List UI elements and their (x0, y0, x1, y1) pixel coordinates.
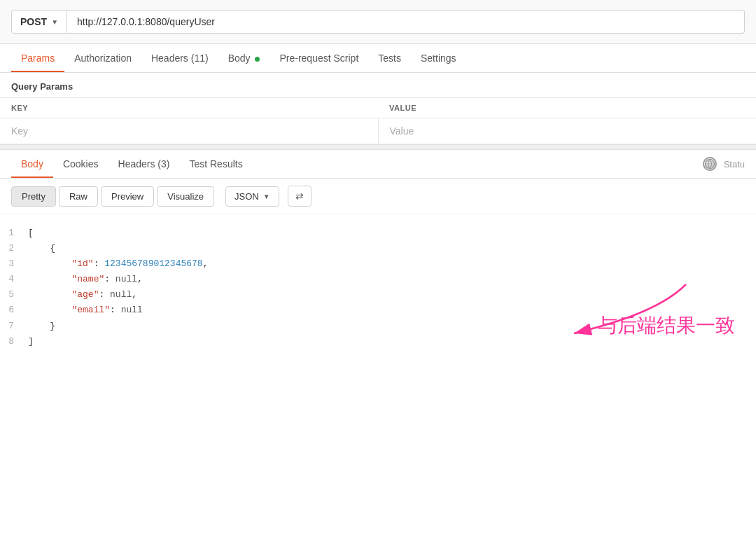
key-cell[interactable]: Key (0, 118, 378, 144)
code-line-3: 3 "id": 123456789012345678, (0, 256, 756, 272)
code-line-5: 5 "age": null, (0, 287, 756, 303)
body-dot-indicator (255, 57, 260, 62)
line-num-4: 4 (0, 272, 28, 287)
tab-authorization[interactable]: Authorization (64, 44, 141, 72)
code-content-3: "id": 123456789012345678, (28, 256, 756, 272)
line-num-3: 3 (0, 256, 28, 272)
format-btn-visualize[interactable]: Visualize (157, 186, 214, 207)
code-content-5: "age": null, (28, 287, 756, 303)
tab-settings[interactable]: Settings (411, 44, 466, 72)
tab-body[interactable]: Body (218, 44, 270, 72)
code-line-2: 2 { (0, 241, 756, 256)
method-label: POST (20, 16, 47, 27)
code-content-2: { (28, 241, 756, 256)
format-type-select[interactable]: JSON ▼ (225, 186, 279, 207)
wrap-button[interactable]: ⇄ (288, 186, 312, 207)
method-select[interactable]: POST ▼ (11, 10, 67, 34)
line-num-2: 2 (0, 241, 28, 256)
globe-icon[interactable] (703, 157, 717, 171)
col-header-value: VALUE (378, 98, 756, 118)
annotation-text: 与后端结果一致 (598, 312, 735, 339)
line-num-8: 8 (0, 334, 28, 349)
format-btn-preview[interactable]: Preview (101, 186, 154, 207)
line-num-1: 1 (0, 226, 28, 241)
value-cell[interactable]: Value (378, 118, 756, 144)
tab-headers[interactable]: Headers (11) (141, 44, 218, 72)
response-tabs: Body Cookies Headers (3) Test Results St… (0, 150, 756, 179)
format-btn-raw[interactable]: Raw (59, 186, 98, 207)
col-header-key: KEY (0, 98, 378, 118)
code-line-1: 1 [ (0, 226, 756, 241)
url-bar: POST ▼ (0, 0, 756, 44)
format-btn-pretty[interactable]: Pretty (11, 186, 56, 207)
url-input[interactable] (67, 10, 745, 34)
method-chevron: ▼ (51, 18, 58, 26)
line-num-5: 5 (0, 287, 28, 303)
params-table: KEY VALUE Key Value (0, 97, 756, 144)
tab-response-body[interactable]: Body (11, 150, 53, 178)
app-container: POST ▼ Params Authorization Headers (11)… (0, 0, 756, 533)
annotation-container: 1 [ 2 { 3 "id": 123456789012345678, 4 (0, 214, 756, 410)
line-num-7: 7 (0, 319, 28, 334)
code-line-4: 4 "name": null, (0, 272, 756, 287)
tab-tests[interactable]: Tests (368, 44, 411, 72)
code-content-1: [ (28, 226, 756, 241)
tab-pre-request[interactable]: Pre-request Script (270, 44, 368, 72)
status-text: Statu (724, 159, 745, 169)
format-toolbar: Pretty Raw Preview Visualize JSON ▼ ⇄ (0, 179, 756, 214)
request-tabs: Params Authorization Headers (11) Body P… (0, 44, 756, 73)
line-num-6: 6 (0, 303, 28, 318)
query-params-label: Query Params (0, 73, 756, 97)
tab-params[interactable]: Params (11, 44, 64, 72)
section-divider (0, 144, 756, 150)
table-row: Key Value (0, 118, 756, 144)
tab-response-headers[interactable]: Headers (3) (108, 150, 180, 178)
tab-cookies[interactable]: Cookies (53, 150, 108, 178)
response-tab-right: Statu (703, 150, 745, 178)
tab-test-results[interactable]: Test Results (179, 150, 252, 178)
code-content-4: "name": null, (28, 272, 756, 287)
